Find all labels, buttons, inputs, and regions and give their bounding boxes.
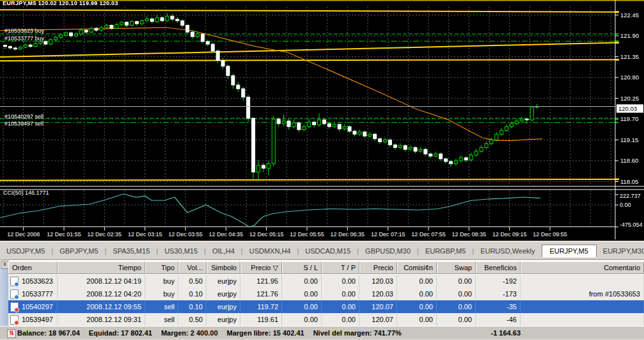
order-row-10540297[interactable]: 105402972008.12.12 09:55sell0.10eurjpy11… <box>8 300 644 314</box>
chart-tab-eurgbp-m5[interactable]: EURGBP,M5 <box>419 247 472 255</box>
chart-tab-eurjpy-m30[interactable]: EURJPY,M30 <box>597 247 644 255</box>
time-axis-label: 12 Dec 03:55 <box>168 231 203 238</box>
candle-body <box>232 76 235 85</box>
chart-tab-eurusd-weekly[interactable]: EURUSD,Weekly <box>474 247 541 255</box>
column-header-tipo[interactable]: Tipo <box>145 261 178 274</box>
candle-body <box>69 33 72 36</box>
cell-swap: 0.00 <box>437 287 476 300</box>
cell-precio: 121.76 <box>240 287 282 300</box>
cell-beneficios: -46 <box>476 313 521 326</box>
order-line-label-sell2[interactable]: #10539497 sell <box>4 120 43 127</box>
candle-body <box>297 123 301 130</box>
cell-beneficios: -173 <box>476 287 521 300</box>
balance-segment: Balance: 18 967.04 <box>17 329 80 337</box>
candle-body <box>373 134 377 139</box>
column-header-comisi-n[interactable]: Comisi¢n <box>397 261 437 274</box>
cell-tipo: buy <box>145 287 178 300</box>
chart-tab-oil-h4[interactable]: OIL,H4 <box>206 247 241 255</box>
chart-tab-gbpusd-m30[interactable]: GBPUSD,M30 <box>359 247 417 255</box>
cell-s-l: 0.00 <box>282 287 322 300</box>
cell-precio: 120.03 <box>359 275 397 287</box>
order-line-label-buy2[interactable]: #10533777 buy <box>4 35 44 42</box>
candle-body <box>181 20 184 25</box>
cell-precio: 120.03 <box>359 287 397 300</box>
order-line-label-sell1[interactable]: #10540297 sell <box>4 113 43 120</box>
candle-body <box>252 118 255 172</box>
cell-comentario <box>521 300 644 313</box>
column-header-s-l[interactable]: S / L <box>282 261 322 274</box>
candle-body <box>302 127 306 130</box>
chart-window[interactable]: 122.45121.90121.35120.80120.25119.70119.… <box>0 0 644 241</box>
candle-body <box>79 30 82 34</box>
chart-tab-usdmxn-h4[interactable]: USDMXN,H4 <box>243 247 297 255</box>
time-axis-label: 12 Dec 03:15 <box>128 231 162 238</box>
time-axis-label: 12 Dec 07:55 <box>411 231 446 238</box>
column-header-tiempo[interactable]: Tiempo <box>58 261 145 274</box>
candle-body <box>424 149 427 154</box>
balance-segment: Margen: 2 400.00 <box>161 329 218 337</box>
candle-body <box>505 127 508 131</box>
candle-body <box>145 19 148 20</box>
order-line-label-buy1[interactable]: #10533623 buy <box>4 28 44 34</box>
time-axis-label: 12 Dec 04:35 <box>209 231 244 238</box>
chart-tab-strip: USDJPY,M5|GBPJPY,M5|SPA35,M15|US30,M15|O… <box>0 241 644 260</box>
candle-body <box>454 161 457 164</box>
column-header-t-p[interactable]: T / P <box>322 261 359 274</box>
cell-tipo: sell <box>145 300 178 313</box>
order-row-10539497[interactable]: 105394972008.12.12 09:31sell0.50eurjpy11… <box>8 313 644 327</box>
column-header-beneficios[interactable]: Beneficios <box>476 261 521 274</box>
time-axis-label: 12 Dec 08:35 <box>452 231 487 238</box>
column-header-comentario[interactable]: Comentario <box>521 261 644 274</box>
column-header-precio[interactable]: Precio <box>359 261 397 274</box>
column-header-precio[interactable]: Precio ▽ <box>240 261 282 274</box>
candle-body <box>480 147 483 151</box>
cell-s-l: 0.00 <box>282 300 322 313</box>
column-header-simbolo[interactable]: Simbolo <box>207 261 240 274</box>
chart-tab-gbpjpy-m5[interactable]: GBPJPY,M5 <box>53 247 104 255</box>
candle-body <box>29 45 32 46</box>
balance-segment: Margen libre: 15 402.41 <box>227 329 304 337</box>
time-axis-label: 12 Dec 06:35 <box>331 231 365 238</box>
time-axis-label: 12 Dec 01:55 <box>47 231 81 238</box>
candle-body <box>206 42 209 44</box>
candle-body <box>485 143 488 147</box>
cell-comentario <box>521 313 644 326</box>
column-header-swap[interactable]: Swap <box>437 261 476 274</box>
chart-tab-spa35-m15[interactable]: SPA35,M15 <box>106 247 156 255</box>
cell-tiempo: 2008.12.12 04:20 <box>58 287 145 300</box>
column-header-orden[interactable]: Orden <box>8 261 58 274</box>
chart-tab-eurjpy-m5[interactable]: EURJPY,M5 <box>542 245 597 257</box>
candle-body <box>449 161 452 164</box>
chart-tab-usdcad-m15[interactable]: USDCAD,M15 <box>299 247 357 255</box>
chart-tab-usdjpy-m5[interactable]: USDJPY,M5 <box>0 247 51 255</box>
price-axis-label: 118.60 <box>620 157 638 164</box>
candle-body <box>191 32 194 36</box>
chart-title: EURJPY,M5 120.02 120.10 119.99 120.03 <box>3 0 118 6</box>
candle-body <box>105 25 108 28</box>
cell-tiempo: 2008.12.12 09:55 <box>58 300 145 313</box>
candle-body <box>155 18 159 22</box>
candle-body <box>49 40 52 44</box>
time-axis-label: 12 Dec 05:55 <box>290 231 324 238</box>
cell-comisi-n: 0.00 <box>397 287 437 300</box>
candle-body <box>393 145 397 147</box>
cell-simbolo: eurjpy <box>207 275 240 287</box>
chart-canvas[interactable]: 122.45121.90121.35120.80120.25119.70119.… <box>0 0 644 241</box>
current-price-badge: 120.03 <box>617 104 643 113</box>
order-row-10533777[interactable]: 105337772008.12.12 04:20buy0.10eurjpy121… <box>8 287 644 301</box>
candle-body <box>343 127 346 129</box>
column-header-vol-[interactable]: Vol... <box>178 261 207 274</box>
candle-body <box>161 18 164 21</box>
candle-body <box>216 51 219 61</box>
chart-tab-us30-m15[interactable]: US30,M15 <box>158 247 204 255</box>
cell-vol-: 0.10 <box>178 300 207 313</box>
cell-precio: 120.07 <box>359 300 397 313</box>
order-type-icon-sell <box>10 302 19 312</box>
candle-body <box>475 151 478 155</box>
price-axis-label: 121.35 <box>620 53 639 60</box>
cell-comisi-n: 0.00 <box>397 313 437 326</box>
cell-beneficios: -35 <box>476 300 521 313</box>
order-row-10533623[interactable]: 105336232008.12.12 04:19buy0.50eurjpy121… <box>8 275 644 288</box>
candle-body <box>115 24 118 28</box>
candle-body <box>333 124 336 127</box>
